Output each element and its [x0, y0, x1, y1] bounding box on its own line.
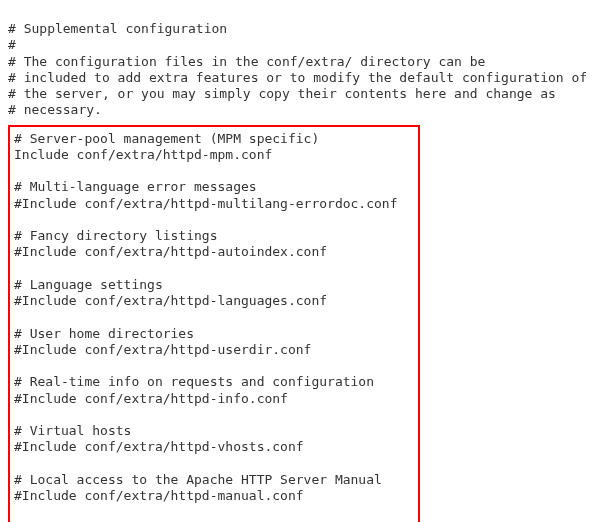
config-directives: # Server-pool management (MPM specific) … [14, 131, 414, 523]
highlighted-config-block: # Server-pool management (MPM specific) … [8, 125, 420, 523]
intro-comment-block: # Supplemental configuration # # The con… [8, 21, 597, 119]
